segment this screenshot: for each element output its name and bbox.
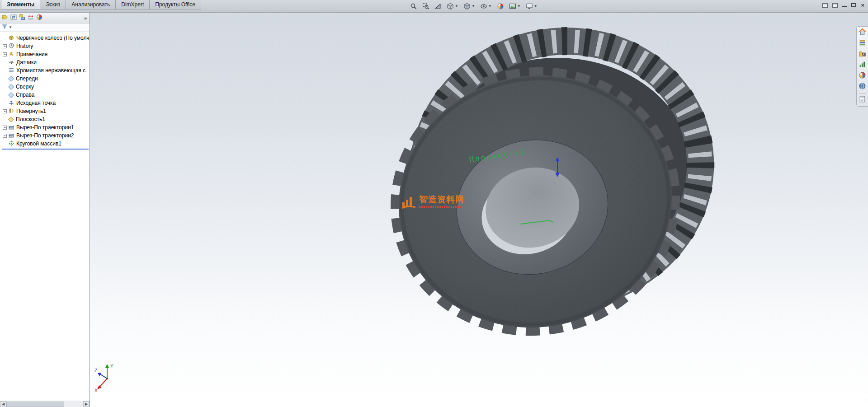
tree-item-origin[interactable]: Исходная точка bbox=[1, 99, 90, 107]
feature-tree: Червячное колесо (По умолча + History + … bbox=[0, 32, 90, 150]
plane-icon bbox=[8, 84, 14, 90]
tree-item-plane1[interactable]: Плоскость1 bbox=[1, 115, 90, 123]
file-explorer-icon[interactable] bbox=[859, 50, 866, 59]
feature-manager-panel: » ▼ Червячное колесо (По умолча + H bbox=[0, 13, 90, 407]
tree-item-label: Вырез-По траектории2 bbox=[16, 132, 74, 139]
custom-properties-icon[interactable] bbox=[859, 95, 866, 104]
tree-item-sensors[interactable]: Датчики bbox=[1, 58, 90, 66]
minimize-button[interactable] bbox=[842, 6, 847, 7]
tree-item-label: Сверху bbox=[16, 84, 34, 90]
graphics-area[interactable]: Плоскость1 智造资料网 Y bbox=[90, 13, 868, 407]
expand-icon[interactable]: + bbox=[3, 109, 7, 113]
panel-overflow-chevron[interactable]: » bbox=[83, 15, 88, 21]
filter-dropdown-caret[interactable]: ▼ bbox=[9, 26, 12, 29]
appearances-icon[interactable] bbox=[859, 71, 866, 80]
tree-item-label: Червячное колесо (По умолча bbox=[16, 35, 90, 41]
watermark-logo-icon bbox=[401, 195, 416, 210]
dropdown-caret[interactable]: ▼ bbox=[517, 5, 521, 8]
close-button[interactable]: × bbox=[861, 2, 864, 8]
view-orientation-icon[interactable]: ▼ bbox=[446, 2, 459, 10]
hide-show-items-icon[interactable]: ▼ bbox=[479, 2, 493, 10]
rollback-bar[interactable] bbox=[2, 149, 89, 150]
view-settings-icon[interactable]: ▼ bbox=[525, 2, 538, 10]
document-window-icon-2[interactable] bbox=[832, 3, 838, 8]
zoom-fit-icon[interactable] bbox=[409, 2, 418, 10]
dropdown-caret[interactable]: ▼ bbox=[472, 5, 475, 8]
tree-filter-row: ▼ bbox=[0, 23, 90, 32]
apply-scene-icon[interactable]: ▼ bbox=[508, 2, 522, 10]
featuremanager-tab-icon[interactable] bbox=[1, 14, 9, 22]
view-palette-icon[interactable] bbox=[859, 61, 866, 70]
displaymanager-tab-icon[interactable] bbox=[36, 14, 43, 22]
sensors-icon bbox=[8, 59, 14, 66]
tree-item-label: Датчики bbox=[16, 59, 37, 65]
expand-icon[interactable]: + bbox=[3, 44, 7, 48]
plane-icon bbox=[8, 92, 14, 98]
part-icon bbox=[8, 34, 14, 42]
tree-item-label: Вырез-По траектории1 bbox=[16, 124, 74, 131]
propertymanager-tab-icon[interactable] bbox=[10, 14, 17, 22]
tree-item-annotations[interactable]: + A Примечания bbox=[1, 50, 90, 58]
tab-dimxpert[interactable]: DimXpert bbox=[115, 0, 150, 9]
tree-item-label: History bbox=[16, 43, 33, 49]
tree-item-sweep-cut1[interactable]: + Вырез-По траектории1 bbox=[1, 123, 90, 131]
scrollbar-thumb[interactable] bbox=[6, 402, 64, 407]
zoom-area-icon[interactable] bbox=[421, 2, 430, 10]
dropdown-caret[interactable]: ▼ bbox=[534, 5, 538, 8]
watermark-subtitle-strip bbox=[419, 206, 461, 208]
orientation-triad: Y X Z bbox=[94, 361, 123, 393]
annotations-icon: A bbox=[8, 51, 14, 58]
display-style-icon[interactable]: ▼ bbox=[462, 2, 476, 10]
dimxpertmanager-tab-icon[interactable] bbox=[27, 14, 34, 22]
tree-item-history[interactable]: + History bbox=[1, 42, 90, 50]
tree-item-sweep-cut2[interactable]: + Вырез-По траектории2 bbox=[1, 131, 90, 140]
tree-item-label: Хромистая нержавеющая с bbox=[16, 67, 85, 74]
tree-item-top-plane[interactable]: Сверху bbox=[1, 83, 90, 91]
dropdown-caret[interactable]: ▼ bbox=[488, 5, 492, 8]
tree-item-part-root[interactable]: Червячное колесо (По умолча bbox=[1, 34, 90, 42]
command-tabs: Элементы Эскиз Анализировать DimXpert Пр… bbox=[1, 0, 201, 9]
restore-button[interactable] bbox=[851, 3, 856, 7]
expand-icon[interactable]: + bbox=[3, 52, 7, 56]
tree-item-right-plane[interactable]: Справа bbox=[1, 91, 90, 99]
configurationmanager-tab-icon[interactable] bbox=[19, 14, 26, 22]
tree-item-material[interactable]: Хромистая нержавеющая с bbox=[1, 66, 90, 75]
tree-item-label: Справа bbox=[16, 92, 34, 98]
tree-item-label: Плоскость1 bbox=[16, 116, 45, 122]
tree-item-label: Спереди bbox=[16, 75, 38, 82]
gear-model[interactable] bbox=[369, 15, 730, 352]
expand-icon[interactable]: + bbox=[3, 126, 7, 130]
plane-icon bbox=[8, 76, 14, 82]
scroll-left-icon[interactable]: ◀ bbox=[0, 401, 6, 407]
tab-evaluate[interactable]: Анализировать bbox=[66, 0, 116, 9]
scene-icon[interactable] bbox=[859, 82, 866, 91]
tab-sketch[interactable]: Эскиз bbox=[40, 0, 66, 9]
scrollbar-track[interactable] bbox=[64, 401, 83, 407]
task-pane bbox=[856, 26, 868, 107]
tree-item-front-plane[interactable]: Спереди bbox=[1, 75, 90, 83]
tab-office-products[interactable]: Продукты Office bbox=[149, 0, 201, 9]
circular-pattern-icon bbox=[8, 140, 14, 148]
window-controls: × bbox=[822, 2, 864, 8]
history-icon bbox=[8, 42, 14, 50]
panel-horizontal-scrollbar: ◀ ▶ bbox=[0, 401, 90, 407]
revolve-feature-icon bbox=[8, 108, 14, 115]
tab-elements[interactable]: Элементы bbox=[1, 0, 40, 9]
dropdown-caret[interactable]: ▼ bbox=[455, 5, 458, 8]
viewport-3d[interactable]: Плоскость1 bbox=[90, 13, 868, 407]
design-library-icon[interactable] bbox=[859, 39, 866, 48]
tree-item-revolve1[interactable]: + Повернуть1 bbox=[1, 107, 90, 115]
triad-x-label: X bbox=[94, 388, 98, 393]
ref-plane-icon bbox=[8, 117, 14, 122]
tree-item-circular-pattern1[interactable]: Круговой массив1 bbox=[1, 140, 90, 148]
section-view-icon[interactable] bbox=[434, 2, 443, 10]
tree-item-label: Круговой массив1 bbox=[16, 140, 61, 147]
tree-item-label: Исходная точка bbox=[16, 100, 56, 106]
expand-icon[interactable]: + bbox=[3, 134, 7, 138]
filter-icon[interactable] bbox=[1, 23, 8, 31]
resources-home-icon[interactable] bbox=[859, 28, 866, 37]
document-window-icon[interactable] bbox=[822, 3, 828, 8]
heads-up-view-toolbar: ▼ ▼ ▼ ▼ ▼ bbox=[409, 1, 538, 11]
scroll-right-icon[interactable]: ▶ bbox=[83, 401, 90, 407]
edit-appearance-icon[interactable] bbox=[496, 2, 505, 10]
